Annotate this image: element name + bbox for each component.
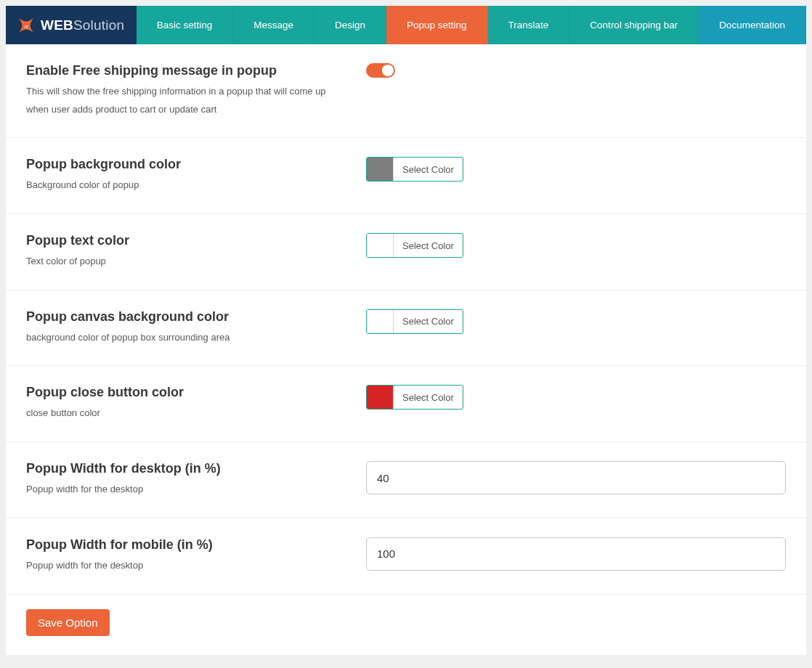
canvas-color-picker[interactable]: Select Color — [366, 309, 463, 334]
row-text-color: Popup text color Text color of popup Sel… — [6, 214, 806, 290]
canvas-color-label: Select Color — [393, 310, 463, 333]
bg-color-swatch — [367, 158, 393, 181]
row-canvas-color: Popup canvas background color background… — [6, 290, 806, 367]
logo-text-bold: WEB — [41, 17, 73, 33]
nav-tabs: Basic setting Message Design Popup setti… — [137, 6, 806, 44]
text-color-swatch — [367, 234, 393, 257]
tab-documentation[interactable]: Documentation — [699, 6, 806, 44]
row-text-color-desc: Text color of popup — [26, 253, 346, 271]
width-desktop-input[interactable] — [366, 461, 786, 494]
tab-popup-setting[interactable]: Popup setting — [386, 6, 488, 44]
row-enable-popup: Enable Free shipping message in popup Th… — [6, 44, 806, 138]
logo-icon: π — [16, 15, 36, 36]
text-color-picker[interactable]: Select Color — [366, 233, 463, 258]
navbar: π WEBSolution Basic setting Message Desi… — [6, 6, 806, 44]
logo: π WEBSolution — [6, 6, 137, 44]
close-color-label: Select Color — [393, 386, 463, 409]
canvas-color-swatch — [367, 310, 393, 333]
row-close-color-desc: close button color — [26, 404, 346, 423]
row-width-mobile-desc: Popup width for the desktop — [26, 557, 346, 575]
text-color-label: Select Color — [393, 234, 463, 257]
tab-basic-setting[interactable]: Basic setting — [137, 6, 234, 44]
tab-message[interactable]: Message — [233, 6, 314, 44]
logo-text-thin: Solution — [73, 17, 124, 33]
row-width-mobile: Popup Width for mobile (in %) Popup widt… — [6, 518, 806, 595]
bg-color-picker[interactable]: Select Color — [366, 157, 463, 182]
tab-design[interactable]: Design — [314, 6, 386, 44]
row-enable-desc: This will show the free shipping informa… — [26, 83, 346, 118]
tab-control-shipping-bar[interactable]: Control shipping bar — [569, 6, 699, 44]
save-button[interactable]: Save Option — [26, 609, 110, 636]
row-width-desktop-title: Popup Width for desktop (in %) — [26, 461, 346, 476]
settings-panel: Enable Free shipping message in popup Th… — [6, 44, 806, 655]
row-width-desktop-desc: Popup width for the desktop — [26, 481, 346, 499]
row-canvas-color-desc: background color of popup box surroundin… — [26, 329, 346, 347]
width-mobile-input[interactable] — [366, 537, 786, 571]
bg-color-label: Select Color — [393, 158, 463, 181]
row-width-mobile-title: Popup Width for mobile (in %) — [26, 537, 346, 553]
row-bg-color-desc: Background color of popup — [26, 176, 346, 195]
svg-text:π: π — [25, 22, 28, 29]
close-color-swatch — [367, 386, 393, 409]
row-enable-title: Enable Free shipping message in popup — [26, 63, 346, 78]
save-bar: Save Option — [6, 595, 806, 655]
enable-popup-toggle[interactable] — [366, 63, 395, 78]
row-text-color-title: Popup text color — [26, 233, 346, 248]
row-bg-color-title: Popup background color — [26, 157, 346, 172]
row-close-color: Popup close button color close button co… — [6, 366, 806, 442]
logo-text: WEBSolution — [41, 17, 124, 33]
row-bg-color: Popup background color Background color … — [6, 138, 806, 214]
row-width-desktop: Popup Width for desktop (in %) Popup wid… — [6, 442, 806, 518]
row-close-color-title: Popup close button color — [26, 385, 346, 400]
close-color-picker[interactable]: Select Color — [366, 385, 463, 410]
tab-translate[interactable]: Translate — [488, 6, 570, 44]
row-canvas-color-title: Popup canvas background color — [26, 309, 346, 325]
